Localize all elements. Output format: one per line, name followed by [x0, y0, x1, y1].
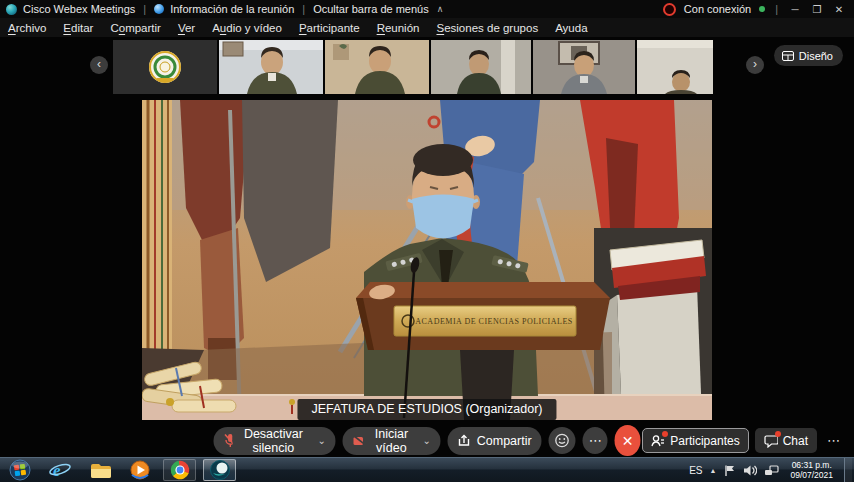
menu-audio-video[interactable]: Audio y vídeo	[212, 22, 282, 34]
filmstrip-prev-button[interactable]: ‹	[90, 56, 108, 74]
smiley-icon	[555, 433, 570, 448]
desktop: Cisco Webex Meetings | Información de la…	[0, 0, 854, 482]
taskbar-windows-explorer[interactable]	[83, 459, 116, 481]
participants-notification-dot	[662, 431, 668, 437]
reactions-button[interactable]	[549, 427, 576, 454]
close-button[interactable]: ✕	[832, 4, 846, 15]
chevron-up-icon: ∧	[437, 4, 444, 14]
tray-expand-icon[interactable]: ▲	[710, 467, 717, 474]
chrome-icon	[169, 459, 191, 481]
start-button[interactable]	[3, 459, 36, 481]
system-tray: ES ▲ 06:31 p.m. 09/07/2021	[689, 458, 854, 482]
media-player-icon	[128, 459, 152, 481]
participant-video-thumb	[637, 40, 713, 94]
menu-ver[interactable]: Ver	[178, 22, 195, 34]
app-title: Cisco Webex Meetings	[23, 3, 135, 15]
titlebar-separator: |	[773, 3, 780, 15]
svg-text:e: e	[53, 461, 61, 480]
volume-icon[interactable]	[743, 464, 757, 477]
participants-panel-button[interactable]: Participantes	[642, 428, 748, 453]
menubar: Archivo Editar Compartir Ver Audio y víd…	[0, 18, 854, 37]
recording-indicator-icon	[663, 3, 676, 16]
menu-archivo[interactable]: Archivo	[8, 22, 46, 34]
leave-meeting-button[interactable]: ✕	[615, 425, 641, 456]
network-icon[interactable]	[764, 464, 779, 477]
active-speaker-video[interactable]: ACADEMIA DE CIENCIAS POLICIALES JEFATURA…	[142, 100, 712, 420]
panel-controls: Participantes Chat ⋯	[642, 428, 844, 453]
menu-participante[interactable]: Participante	[299, 22, 360, 34]
meeting-info-link[interactable]: Información de la reunión	[170, 3, 294, 15]
action-center-flag-icon[interactable]	[723, 464, 736, 477]
chat-notification-dot	[775, 431, 781, 437]
chat-panel-button[interactable]: Chat	[755, 428, 817, 453]
titlebar: Cisco Webex Meetings | Información de la…	[0, 0, 854, 18]
participant-tile-video[interactable]	[431, 40, 531, 94]
share-label: Compartir	[477, 434, 532, 448]
participants-icon	[651, 434, 665, 448]
close-x-icon: ✕	[622, 433, 634, 449]
taskbar-clock[interactable]: 06:31 p.m. 09/07/2021	[786, 460, 837, 480]
participant-tile-video[interactable]	[637, 40, 713, 94]
folder-icon	[88, 459, 112, 481]
filmstrip-next-button[interactable]: ›	[746, 56, 764, 74]
chat-label: Chat	[783, 434, 808, 448]
audio-options-chevron-icon[interactable]: ⌄	[318, 435, 326, 446]
windows-start-icon	[9, 459, 31, 481]
microphone-muted-icon	[224, 433, 233, 448]
participant-tile-video[interactable]	[533, 40, 635, 94]
webex-logo-icon	[6, 4, 17, 15]
taskbar-internet-explorer[interactable]: e	[43, 459, 76, 481]
menu-reunion[interactable]: Reunión	[377, 22, 420, 34]
institution-emblem-icon	[113, 40, 217, 94]
more-dots-icon: ⋯	[589, 433, 602, 448]
unmute-button[interactable]: Desactivar silencio ⌄	[214, 427, 336, 455]
taskbar-chrome[interactable]	[163, 459, 196, 481]
layout-grid-icon	[782, 51, 794, 61]
participant-tile-video[interactable]	[219, 40, 323, 94]
active-speaker-name-label: JEFATURA DE ESTUDIOS (Organizador)	[297, 399, 556, 420]
taskbar-webex-active[interactable]	[203, 459, 236, 481]
windows-taskbar: e	[0, 457, 854, 482]
titlebar-separator: |	[141, 3, 148, 15]
chat-icon	[764, 434, 778, 448]
participant-video-thumb	[431, 40, 531, 94]
menu-ayuda[interactable]: Ayuda	[555, 22, 587, 34]
taskbar-media-player[interactable]	[123, 459, 156, 481]
titlebar-separator: |	[300, 3, 307, 15]
connection-status: Con conexión	[684, 3, 751, 15]
internet-explorer-icon: e	[48, 459, 72, 481]
language-indicator[interactable]: ES	[689, 465, 702, 476]
participant-video-thumb	[533, 40, 635, 94]
start-video-button[interactable]: Iniciar vídeo ⌄	[343, 427, 441, 455]
unmute-label: Desactivar silencio	[238, 427, 308, 455]
connection-status-dot	[759, 6, 765, 12]
more-panels-button[interactable]: ⋯	[823, 433, 844, 448]
mural-scene: ACADEMIA DE CIENCIAS POLICIALES	[142, 100, 712, 420]
participant-video-thumb	[219, 40, 323, 94]
hide-menubar-toggle[interactable]: Ocultar barra de menús	[313, 3, 429, 15]
clock-date: 09/07/2021	[790, 470, 833, 480]
participants-label: Participantes	[670, 434, 739, 448]
meeting-stage: ‹	[0, 37, 854, 457]
video-options-chevron-icon[interactable]: ⌄	[422, 435, 430, 446]
menu-sesiones-grupos[interactable]: Sesiones de grupos	[436, 22, 538, 34]
share-screen-icon	[458, 434, 471, 447]
meeting-info-icon	[154, 4, 164, 14]
share-button[interactable]: Compartir	[448, 427, 542, 455]
show-desktop-button[interactable]	[844, 458, 852, 482]
participant-tile-logo[interactable]	[113, 40, 217, 94]
podium-plaque-text: ACADEMIA DE CIENCIAS POLICIALES	[415, 317, 573, 326]
webex-taskbar-icon	[209, 459, 231, 481]
call-controls: Desactivar silencio ⌄ Iniciar vídeo ⌄	[214, 425, 641, 456]
more-options-button[interactable]: ⋯	[583, 427, 608, 454]
participant-tile-video[interactable]	[325, 40, 429, 94]
restore-button[interactable]: ❐	[810, 4, 824, 15]
menu-compartir[interactable]: Compartir	[110, 22, 161, 34]
start-video-label: Iniciar vídeo	[369, 427, 413, 455]
camera-off-icon	[353, 435, 363, 447]
minimize-button[interactable]: ─	[788, 4, 802, 15]
participant-video-thumb	[325, 40, 429, 94]
menu-editar[interactable]: Editar	[63, 22, 93, 34]
clock-time: 06:31 p.m.	[790, 460, 833, 470]
layout-button[interactable]: Diseño	[774, 45, 843, 66]
